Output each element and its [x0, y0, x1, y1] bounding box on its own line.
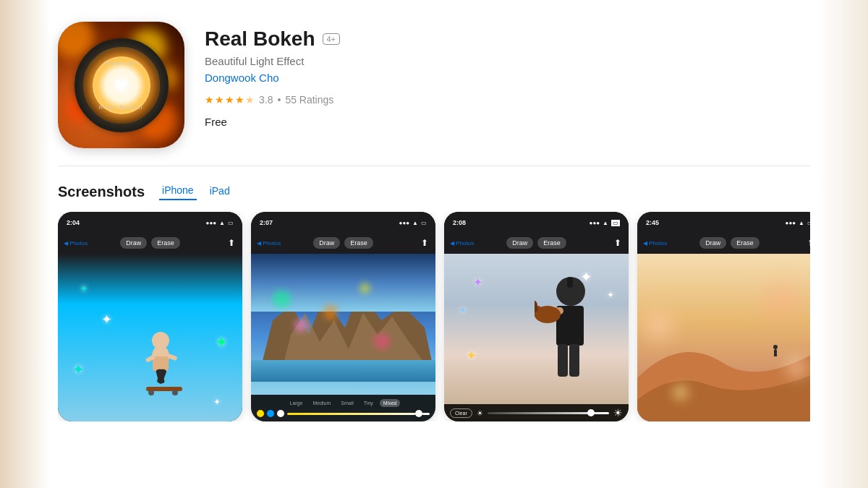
- app-info: Real Bokeh 4+ Beautiful Light Effect Don…: [205, 22, 340, 128]
- wifi-icon-2: ▲: [412, 220, 418, 226]
- lens-text-top: MobiLab: [105, 60, 137, 67]
- back-btn-1[interactable]: ◀ Photos: [64, 240, 88, 247]
- rating-count: 55 Ratings: [285, 94, 333, 106]
- screenshot-img-person-dog: ✦ ✦ ✦ ✦ ✦ Clear ☀: [444, 254, 629, 421]
- back-btn-2[interactable]: ◀ Photos: [257, 240, 281, 247]
- size-medium[interactable]: Medium: [309, 399, 334, 407]
- screenshot-2: 2:07 ●●● ▲ ▭ ◀ Photos Draw Erase: [251, 212, 435, 421]
- app-header: MobiLab ♥ Real Bokeh Real Bokeh 4+ Beaut…: [58, 22, 810, 166]
- status-icons-4: ●●● ▲ ▭: [786, 220, 810, 226]
- status-time-3: 2:08: [453, 219, 466, 226]
- app-developer-link[interactable]: Dongwook Cho: [205, 72, 340, 84]
- svg-point-1: [152, 332, 169, 349]
- brightness-slider[interactable]: [488, 412, 609, 414]
- battery-icon-4: ▭: [807, 220, 810, 226]
- status-bar-2: 2:07 ●●● ▲ ▭: [251, 212, 435, 232]
- screenshot-3: 2:08 ●●● ▲ ▭ ◀ Photos Draw Erase: [444, 212, 629, 421]
- draw-btn-1[interactable]: Draw: [120, 237, 147, 249]
- draw-btn-2[interactable]: Draw: [313, 237, 340, 249]
- share-btn-3[interactable]: ⬆: [614, 238, 621, 248]
- app-title: Real Bokeh: [205, 27, 315, 51]
- draw-btn-4[interactable]: Draw: [699, 237, 726, 249]
- rating-value: 3.8: [259, 94, 273, 106]
- left-edge-decoration: [0, 0, 51, 488]
- star-3: ★: [225, 94, 234, 106]
- battery-icon-3: ▭: [611, 220, 620, 226]
- back-btn-3[interactable]: ◀ Photos: [450, 240, 474, 247]
- svg-point-9: [172, 390, 178, 395]
- person-tiny-svg: [773, 345, 778, 356]
- person-svg: [535, 270, 600, 400]
- sparkle-p5: ✦: [466, 348, 477, 364]
- toolbar-3: ◀ Photos Draw Erase ⬆: [444, 232, 629, 254]
- svg-rect-11: [567, 277, 573, 288]
- star-5-half: ★: [245, 94, 255, 106]
- color-dot-white[interactable]: [277, 410, 284, 417]
- tab-iphone[interactable]: iPhone: [159, 184, 197, 200]
- app-title-row: Real Bokeh 4+: [205, 27, 340, 51]
- erase-btn-1[interactable]: Erase: [151, 237, 180, 249]
- status-time-2: 2:07: [260, 219, 273, 226]
- screenshot-img-rocks: Large Medium Small Tiny Mixed: [251, 254, 435, 421]
- bokeh-desert-2: [786, 356, 807, 378]
- clear-btn[interactable]: Clear: [450, 408, 472, 418]
- app-subtitle: Beautiful Light Effect: [205, 55, 340, 67]
- share-btn-4[interactable]: ⬆: [807, 238, 810, 248]
- svg-rect-21: [774, 349, 777, 354]
- screenshot-3-bottom-bar: Clear ☀ ☀: [444, 404, 629, 421]
- signal-icon-3: ●●●: [590, 220, 600, 226]
- screenshot-img-desert: [637, 254, 810, 421]
- svg-rect-2: [153, 356, 169, 371]
- color-dot-blue[interactable]: [267, 410, 274, 417]
- brightness-thumb[interactable]: [587, 409, 595, 416]
- back-btn-4[interactable]: ◀ Photos: [643, 240, 667, 247]
- screenshots-title: Screenshots: [58, 184, 145, 200]
- status-icons-3: ●●● ▲ ▭: [590, 220, 620, 226]
- screenshot-2-bottom-bar: Large Medium Small Tiny Mixed: [251, 395, 435, 421]
- main-content: MobiLab ♥ Real Bokeh Real Bokeh 4+ Beaut…: [0, 0, 868, 436]
- star-rating: ★ ★ ★ ★ ★: [205, 94, 255, 106]
- sun-icon-right: ☀: [613, 407, 623, 419]
- wifi-icon-4: ▲: [799, 220, 804, 226]
- heart-icon: ♥: [114, 72, 128, 98]
- lens-ring: MobiLab ♥ Real Bokeh: [75, 38, 169, 132]
- draw-btn-3[interactable]: Draw: [506, 237, 533, 249]
- age-rating-badge: 4+: [323, 33, 341, 45]
- sparkle-p1: ✦: [473, 275, 482, 289]
- erase-btn-4[interactable]: Erase: [731, 237, 760, 249]
- color-slider-track[interactable]: [287, 413, 430, 415]
- status-time-4: 2:45: [646, 219, 659, 226]
- star-2: ★: [215, 94, 224, 106]
- size-small[interactable]: Small: [337, 399, 357, 407]
- sparkle-3: ✦: [72, 361, 85, 378]
- color-slider-thumb[interactable]: [415, 410, 422, 417]
- signal-icon-1: ●●●: [206, 220, 217, 226]
- size-mixed[interactable]: Mixed: [380, 399, 401, 407]
- bokeh-pink: [294, 319, 307, 332]
- bokeh-desert-4: [673, 385, 688, 400]
- screenshots-header: Screenshots iPhone iPad: [58, 184, 810, 200]
- share-btn-1[interactable]: ⬆: [228, 238, 235, 248]
- size-tiny[interactable]: Tiny: [360, 399, 377, 407]
- signal-icon-4: ●●●: [786, 220, 796, 226]
- app-icon: MobiLab ♥ Real Bokeh: [58, 22, 184, 148]
- share-btn-2[interactable]: ⬆: [421, 238, 428, 248]
- skater-svg: [135, 320, 186, 400]
- status-bar-3: 2:08 ●●● ▲ ▭: [444, 212, 629, 232]
- screenshots-section: Screenshots iPhone iPad 2:04 ●●● ▲ ▭: [58, 184, 810, 421]
- status-time-1: 2:04: [67, 219, 80, 226]
- tab-ipad[interactable]: iPad: [207, 185, 233, 200]
- erase-btn-2[interactable]: Erase: [344, 237, 373, 249]
- signal-icon-2: ●●●: [399, 220, 410, 226]
- wifi-icon-3: ▲: [603, 220, 608, 226]
- star-4: ★: [235, 94, 244, 106]
- screenshot-img-skater: ✦ ✦ ✦ ✦ ✦: [58, 254, 242, 421]
- toolbar-1: ◀ Photos Draw Erase ⬆: [58, 232, 242, 254]
- erase-btn-3[interactable]: Erase: [537, 237, 566, 249]
- lens-text-bottom: Real Bokeh: [99, 104, 143, 111]
- app-price: Free: [205, 116, 340, 128]
- color-dot-yellow[interactable]: [257, 410, 264, 417]
- right-edge-decoration: [817, 0, 868, 488]
- size-large[interactable]: Large: [286, 399, 307, 407]
- screenshot-4: 2:45 ●●● ▲ ▭ ◀ Photos Draw Erase: [637, 212, 810, 421]
